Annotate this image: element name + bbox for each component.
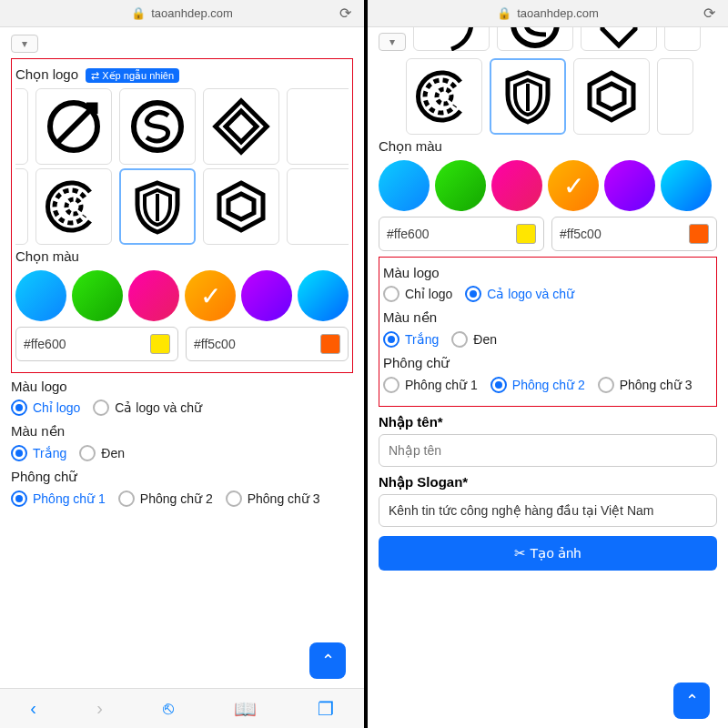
- logo-tile-partial-2[interactable]: [497, 27, 573, 51]
- hex-chip-1-r: [516, 224, 536, 244]
- radio-trang-r[interactable]: Trắng: [383, 331, 439, 348]
- choose-color-label-r: Chọn màu: [379, 138, 717, 155]
- logo-tile-cut-r2[interactable]: [287, 168, 349, 245]
- color-cyan[interactable]: [15, 270, 66, 321]
- logo-tile-partial-4[interactable]: [664, 27, 701, 51]
- hex-input-1[interactable]: #ffe600: [15, 327, 178, 361]
- url-bar-r: 🔒 taoanhdep.com ⟳: [368, 0, 728, 27]
- logo-color-label-r: Màu logo: [383, 265, 713, 280]
- color-cyan-r[interactable]: [379, 160, 430, 211]
- safari-toolbar: ‹ › ⎋ 📖 ❐: [0, 688, 364, 728]
- hex-chip-1: [150, 334, 170, 354]
- radio-font3[interactable]: Phông chữ 3: [226, 490, 320, 507]
- radio-chi-logo-r[interactable]: Chỉ logo: [383, 286, 452, 302]
- color-green-r[interactable]: [435, 160, 486, 211]
- font-label-r: Phông chữ: [383, 355, 713, 371]
- hex-chip-2: [320, 334, 340, 354]
- scroll-top-button-r[interactable]: ⌃: [673, 682, 710, 719]
- logo-tile-hex[interactable]: [203, 168, 279, 245]
- logo-tile-partial-3[interactable]: [581, 27, 657, 51]
- refresh-icon-r[interactable]: ⟳: [703, 5, 715, 22]
- svg-rect-4: [226, 111, 257, 142]
- logo-tile-cut2[interactable]: [15, 168, 28, 245]
- highlighted-area-left: Chọn logo ⇄ Xếp ngẫu nhiên: [11, 58, 353, 373]
- hex-chip-2-r: [689, 224, 709, 244]
- logo-tile-slash-circle[interactable]: [35, 88, 112, 165]
- svg-marker-12: [590, 73, 633, 120]
- color-pink-r[interactable]: [491, 160, 542, 211]
- choose-logo-label: Chọn logo ⇄ Xếp ngẫu nhiên: [15, 66, 349, 83]
- hex-input-2[interactable]: #ff5c00: [186, 327, 349, 361]
- color-blue[interactable]: [298, 270, 349, 321]
- refresh-icon[interactable]: ⟳: [339, 5, 351, 22]
- slogan-input-label: Nhập Slogan*: [379, 474, 717, 490]
- lock-icon: 🔒: [497, 6, 511, 20]
- color-pink[interactable]: [128, 270, 179, 321]
- logo-tile-r-shield-selected[interactable]: [490, 58, 566, 135]
- color-blue-r[interactable]: [661, 160, 712, 211]
- hex-input-1-r[interactable]: #ffe600: [379, 217, 544, 251]
- tabs-icon[interactable]: ❐: [318, 698, 334, 720]
- svg-point-10: [437, 89, 451, 104]
- color-orange-selected-r[interactable]: ✓: [548, 160, 599, 211]
- radio-ca-logo-chu[interactable]: Cả logo và chữ: [93, 399, 202, 416]
- svg-point-9: [513, 27, 557, 46]
- logo-tile-r-c[interactable]: [406, 58, 482, 135]
- logo-color-label: Màu logo: [11, 379, 353, 394]
- url-text: taoanhdep.com: [151, 6, 233, 20]
- svg-marker-13: [599, 84, 624, 109]
- url-bar: 🔒 taoanhdep.com ⟳: [0, 0, 364, 27]
- logo-tile-r-cut[interactable]: [657, 58, 693, 135]
- color-purple-r[interactable]: [604, 160, 655, 211]
- color-orange-selected[interactable]: ✓: [185, 270, 236, 321]
- radio-font2[interactable]: Phông chữ 2: [118, 490, 213, 507]
- logo-tile-s-circle[interactable]: [119, 88, 196, 165]
- radio-den[interactable]: Đen: [79, 445, 125, 461]
- radio-ca-logo-chu-r[interactable]: Cả logo và chữ: [465, 286, 574, 302]
- slogan-input[interactable]: [379, 494, 717, 527]
- radio-den-r[interactable]: Đen: [451, 331, 497, 348]
- create-image-button[interactable]: ✂ Tạo ảnh: [379, 536, 717, 571]
- bg-color-label-r: Màu nền: [383, 309, 713, 326]
- radio-trang[interactable]: Trắng: [11, 445, 66, 461]
- svg-marker-7: [219, 183, 263, 230]
- bg-color-label: Màu nền: [11, 423, 353, 440]
- logo-tile-r-hex[interactable]: [573, 58, 650, 135]
- bookmarks-icon[interactable]: 📖: [234, 698, 257, 720]
- radio-font3-r[interactable]: Phông chữ 3: [598, 377, 693, 393]
- scroll-top-button[interactable]: ⌃: [309, 642, 346, 679]
- logo-tile-diamond[interactable]: [203, 88, 279, 165]
- shuffle-button[interactable]: ⇄ Xếp ngẫu nhiên: [86, 68, 179, 83]
- radio-font2-r[interactable]: Phông chữ 2: [490, 377, 585, 393]
- forward-icon: ›: [96, 698, 103, 719]
- radio-font1[interactable]: Phông chữ 1: [11, 490, 106, 507]
- lock-icon: 🔒: [131, 6, 146, 20]
- highlighted-area-right: Màu logo Chỉ logo Cả logo và chữ Màu nền…: [379, 257, 717, 407]
- name-input[interactable]: [379, 434, 717, 467]
- svg-point-5: [66, 199, 81, 214]
- logo-tile-cut[interactable]: [15, 88, 28, 165]
- logo-tile-partial-1[interactable]: [413, 27, 490, 51]
- color-green[interactable]: [72, 270, 123, 321]
- logo-tile-cut-r[interactable]: [287, 88, 349, 165]
- back-icon[interactable]: ‹: [30, 698, 36, 719]
- svg-line-1: [57, 106, 94, 143]
- choose-color-label: Chọn màu: [15, 248, 349, 265]
- color-purple[interactable]: [241, 270, 292, 321]
- svg-marker-8: [228, 194, 254, 219]
- chevron-down-icon-r[interactable]: ▾: [379, 33, 406, 51]
- logo-tile-c-maze[interactable]: [35, 168, 112, 245]
- font-label: Phông chữ: [11, 469, 353, 485]
- radio-font1-r[interactable]: Phông chữ 1: [383, 377, 478, 393]
- url-text-r: taoanhdep.com: [517, 6, 599, 20]
- share-icon[interactable]: ⎋: [163, 698, 174, 719]
- name-input-label: Nhập tên*: [379, 414, 717, 430]
- chevron-down-icon[interactable]: ▾: [11, 35, 38, 53]
- logo-tile-shield-selected[interactable]: [119, 168, 196, 245]
- hex-input-2-r[interactable]: #ff5c00: [551, 217, 717, 251]
- radio-chi-logo[interactable]: Chỉ logo: [11, 399, 80, 416]
